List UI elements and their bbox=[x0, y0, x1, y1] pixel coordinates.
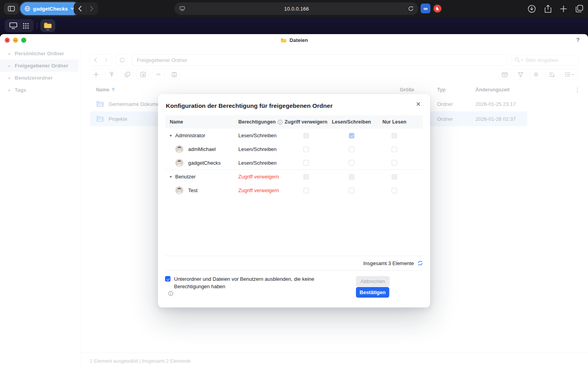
info-icon[interactable] bbox=[278, 120, 283, 125]
user-avatar bbox=[175, 145, 183, 153]
globe-icon bbox=[25, 6, 30, 11]
files-app-dock-icon[interactable] bbox=[40, 19, 55, 32]
permission-row[interactable]: TestZugriff verweigern bbox=[165, 184, 423, 197]
permission-value: Zugriff verweigern bbox=[238, 187, 283, 193]
user-name: admMichael bbox=[188, 146, 216, 152]
permission-checkbox[interactable] bbox=[392, 174, 397, 180]
sidebar-toggle-icon bbox=[8, 6, 15, 11]
permission-table-body: ▾AdministratorLesen/SchreibenadmMichaelL… bbox=[165, 129, 423, 197]
permission-checkbox[interactable] bbox=[349, 174, 354, 180]
perm-column-permissions: Berechtigungen bbox=[238, 119, 283, 125]
close-window-button[interactable] bbox=[5, 38, 10, 43]
collapse-arrow-icon[interactable]: ▾ bbox=[170, 175, 172, 179]
permission-value: Zugriff verweigern bbox=[238, 174, 283, 180]
url-text: 10.0.0.166 bbox=[185, 6, 408, 12]
infinity-extension-icon[interactable]: ∞ bbox=[421, 4, 430, 13]
permission-value: Lesen/Schreiben bbox=[238, 160, 283, 166]
permission-value: Lesen/Schreiben bbox=[238, 133, 283, 138]
permission-checkbox[interactable] bbox=[303, 188, 309, 193]
browser-back-button[interactable] bbox=[74, 2, 86, 15]
cancel-button[interactable]: Abbrechen bbox=[356, 276, 390, 287]
permission-checkbox[interactable] bbox=[392, 188, 397, 193]
browser-sidebar-toggle-button[interactable] bbox=[4, 3, 19, 15]
permission-checkbox[interactable] bbox=[392, 147, 397, 152]
fullscreen-window-button[interactable] bbox=[21, 38, 26, 43]
permission-row[interactable]: ▾BenutzerZugriff verweigern bbox=[165, 170, 423, 184]
user-name: gadgetChecks bbox=[188, 160, 221, 166]
hide-option: Unterordner und Dateien vor Benutzern au… bbox=[165, 275, 341, 290]
group-name: Benutzer bbox=[175, 174, 196, 180]
downloads-icon[interactable] bbox=[528, 5, 536, 13]
perm-column-name: Name bbox=[165, 119, 238, 125]
active-app-indicator bbox=[46, 29, 49, 30]
total-count-row: Insgesamt 3 Elemente bbox=[165, 256, 423, 271]
folder-icon bbox=[280, 38, 287, 43]
browser-nav-buttons bbox=[74, 2, 98, 15]
permission-table-header: Name Berechtigungen Zugriff verweigern L… bbox=[165, 115, 423, 129]
files-window: Dateien ? ▸Persönlicher Ordner▸Freigegeb… bbox=[0, 34, 588, 369]
page-settings-icon[interactable] bbox=[180, 6, 185, 11]
desktop-launcher-group bbox=[5, 19, 34, 32]
browser-bar: gadgetChecks 10.0.0.166 ∞ ♞ bbox=[0, 0, 588, 17]
hide-option-info-icon[interactable] bbox=[168, 291, 173, 296]
permission-checkbox[interactable] bbox=[349, 147, 354, 152]
permission-checkbox[interactable] bbox=[303, 147, 309, 152]
permission-checkbox[interactable] bbox=[349, 160, 354, 165]
window-titlebar: Dateien ? bbox=[0, 34, 588, 46]
permission-row[interactable]: ▾AdministratorLesen/Schreiben bbox=[165, 129, 423, 142]
hide-option-label: Unterordner und Dateien vor Benutzern au… bbox=[174, 275, 340, 290]
permission-checkbox[interactable] bbox=[392, 133, 397, 138]
permission-row[interactable]: gadgetChecksLesen/Schreiben bbox=[165, 156, 423, 170]
hide-option-checkbox[interactable] bbox=[165, 276, 171, 282]
permission-checkbox[interactable] bbox=[303, 133, 309, 138]
reload-icon[interactable] bbox=[408, 6, 414, 11]
new-tab-icon[interactable] bbox=[560, 5, 567, 12]
translate-extension-icon[interactable]: ♞ bbox=[432, 4, 442, 13]
divider bbox=[37, 23, 37, 29]
browser-forward-button[interactable] bbox=[86, 2, 98, 15]
app-grid-icon[interactable] bbox=[23, 23, 29, 29]
collapse-arrow-icon[interactable]: ▾ bbox=[170, 133, 172, 138]
help-button[interactable]: ? bbox=[576, 37, 579, 43]
tab-overview-icon[interactable] bbox=[575, 5, 583, 13]
desktop-taskbar: CPU RAM ↑0B/s ↓66B/s bbox=[0, 17, 588, 34]
browser-tab-label: gadgetChecks bbox=[33, 6, 68, 12]
minimize-window-button[interactable] bbox=[13, 38, 18, 43]
user-name: Test bbox=[188, 187, 198, 193]
permission-checkbox[interactable] bbox=[392, 160, 397, 165]
refresh-list-icon[interactable] bbox=[417, 260, 423, 266]
permission-config-dialog: Konfiguration der Berechtigung für freig… bbox=[158, 94, 430, 307]
group-name: Administrator bbox=[175, 133, 205, 138]
permission-checkbox[interactable] bbox=[303, 160, 309, 165]
perm-column-readonly: Nur Lesen bbox=[374, 119, 414, 125]
user-avatar bbox=[175, 186, 183, 194]
window-title-text: Dateien bbox=[290, 37, 308, 43]
dialog-title: Konfiguration der Berechtigung für freig… bbox=[166, 102, 332, 109]
dialog-close-icon[interactable]: × bbox=[414, 99, 423, 109]
browser-tab[interactable]: gadgetChecks bbox=[20, 2, 79, 15]
perm-column-deny: Zugriff verweigern bbox=[283, 119, 328, 125]
perm-column-readwrite: Lesen/Schreiben bbox=[328, 119, 374, 125]
share-icon[interactable] bbox=[544, 5, 552, 13]
permission-checkbox[interactable] bbox=[349, 188, 354, 193]
confirm-button[interactable]: Bestätigen bbox=[356, 287, 389, 298]
permission-value: Lesen/Schreiben bbox=[238, 146, 283, 152]
permission-checkbox[interactable] bbox=[303, 174, 309, 180]
permission-table: Name Berechtigungen Zugriff verweigern L… bbox=[165, 115, 423, 197]
permission-checkbox[interactable] bbox=[349, 133, 354, 138]
user-avatar bbox=[175, 159, 183, 167]
browser-address-bar[interactable]: 10.0.0.166 bbox=[174, 2, 418, 15]
window-title: Dateien bbox=[280, 37, 308, 43]
permission-row[interactable]: admMichaelLesen/Schreiben bbox=[165, 142, 423, 156]
total-count-text: Insgesamt 3 Elemente bbox=[363, 260, 414, 266]
desktop-icon[interactable] bbox=[9, 22, 17, 29]
